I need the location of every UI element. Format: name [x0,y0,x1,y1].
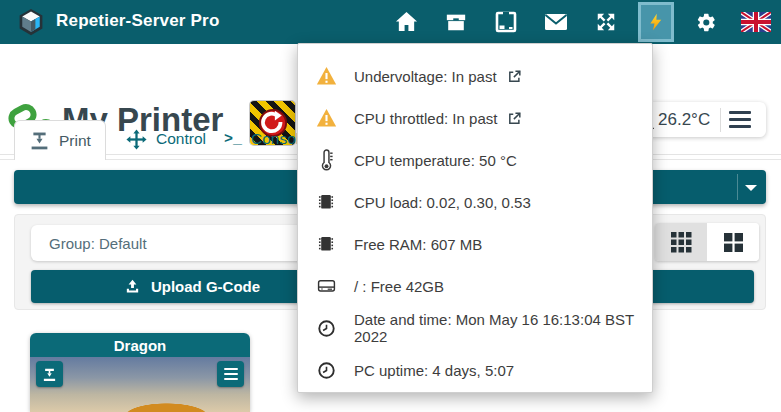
status-text: PC uptime: 4 days, 5:07 [354,362,514,379]
archive-box-icon [445,11,467,33]
status-row-date-time: Date and time: Mon May 16 16:13:04 BST 2… [298,307,652,349]
bolt-icon [647,13,665,31]
language-button[interactable] [731,0,781,44]
print-tab-icon [29,130,50,151]
grid-2x2-icon [724,233,743,252]
upload-icon [124,278,141,295]
warning-icon [316,66,337,85]
warning-icon [316,108,337,127]
control-tab-icon [126,129,147,150]
chevron-down-icon [745,185,757,191]
clock-icon [318,362,335,379]
tab-control-label: Control [156,130,206,148]
console-tab-icon: >_ [224,131,242,148]
tab-control[interactable]: Control [112,120,220,158]
nav-icon-group [381,0,781,44]
hdd-icon [317,278,336,294]
tab-print[interactable]: Print [14,120,106,160]
messages-button[interactable] [531,0,581,44]
printer-menu-icon[interactable] [729,111,751,128]
bar-separator [737,174,738,200]
chip-icon [318,193,334,211]
app-logo-icon [17,8,45,36]
status-text: Date and time: Mon May 16 16:13:04 BST 2… [354,311,652,345]
status-text: Free RAM: 607 MB [354,236,482,253]
status-row-free-ram: Free RAM: 607 MB [298,223,652,265]
gear-icon [696,12,717,33]
status-row-undervoltage: Undervoltage: In past [298,55,652,97]
upload-gcode-label: Upload G-Code [151,278,260,295]
mail-icon [544,13,568,31]
status-row-cpu-load: CPU load: 0.02, 0.30, 0.53 [298,181,652,223]
status-text: CPU temperature: 50 °C [354,152,517,169]
grid-view-large-button[interactable] [707,223,759,261]
system-status-button[interactable] [638,2,674,42]
printer-card-print-button[interactable] [36,361,63,387]
home-button[interactable] [381,0,431,44]
printer-nozzle-icon [42,367,57,382]
fullscreen-button[interactable] [581,0,631,44]
printer-card-dragon[interactable]: Dragon [30,333,250,412]
home-icon [395,11,418,32]
printer-frame-icon [494,10,518,34]
status-row-cpu-throttled: CPU throttled: In past [298,97,652,139]
thermometer-icon [320,148,333,173]
settings-button[interactable] [681,0,731,44]
status-row-disk-free: / : Free 42GB [298,265,652,307]
status-row-pc-uptime: PC uptime: 4 days, 5:07 [298,349,652,391]
status-text: Undervoltage: In past [354,68,497,85]
status-text: CPU throttled: In past [354,110,497,127]
printer-card-menu-button[interactable] [217,361,244,387]
card-separator [720,108,721,132]
top-nav-bar: Repetier-Server Pro [0,0,781,44]
external-link-icon[interactable] [507,111,522,126]
grid-view-small-button[interactable] [655,223,707,261]
status-text: CPU load: 0.02, 0.30, 0.53 [354,194,531,211]
app-title: Repetier-Server Pro [56,11,219,31]
printer-card-image [30,357,250,412]
printer-card-title: Dragon [30,333,250,357]
temperature-value: 26.2°C [658,110,710,130]
expand-icon [595,11,617,33]
clock-icon [318,320,335,337]
status-row-cpu-temperature: CPU temperature: 50 °C [298,139,652,181]
chip-icon [318,235,334,253]
view-toggle-group [655,223,759,261]
printers-button[interactable] [481,0,531,44]
uk-flag-icon [741,12,771,32]
gcodes-button[interactable] [431,0,481,44]
repetier-server-window: Repetier-Server Pro [0,0,781,412]
tab-print-label: Print [59,132,91,150]
menu-icon [224,368,238,381]
group-select-value: Group: Default [49,235,147,252]
grid-3x3-icon [671,232,692,253]
system-status-popup: Undervoltage: In past CPU throttled: In … [297,43,653,393]
status-text: / : Free 42GB [354,278,444,295]
external-link-icon[interactable] [507,69,522,84]
